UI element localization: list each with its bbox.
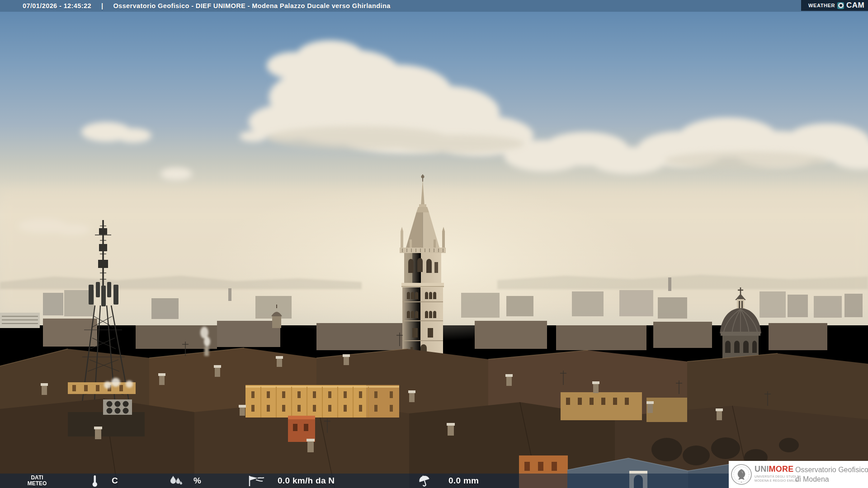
thermometer-icon [91,474,98,488]
droplets-icon [169,474,183,488]
observatory-name: Osservatorio Geofisico di Modena [795,465,868,484]
umbrella-icon [418,474,431,488]
top-overlay-bar: 07/01/2026 - 12:45:22 | Osservatorio Geo… [0,0,868,12]
weathercam-word-cam: CAM [846,1,864,10]
camera-title: Osservatorio Geofisico - DIEF UNIMORE - … [113,2,390,9]
datetime-stamp: 07/01/2026 - 12:45:22 [23,2,91,9]
unimore-wordmark: UNIMORE [755,465,793,474]
camera-lens-icon [837,2,844,9]
temperature-unit: C [112,474,118,488]
webcam-frame: 07/01/2026 - 12:45:22 | Osservatorio Geo… [0,0,868,488]
rain-reading: 0.0 mm [448,474,479,488]
humidity-unit: % [193,474,201,488]
dati-meteo-label: DATI METEO [18,474,56,488]
weathercam-word-weather: WEATHER [808,3,835,8]
unimore-seal [731,464,752,485]
separator: | [101,2,103,9]
weathercam-logo[interactable]: WEATHER CAM [801,0,868,11]
unimore-brand-box[interactable]: UNIMORE UNIVERSITÀ DEGLI STUDI DI MODENA… [729,461,868,488]
wind-flag-icon [247,474,265,488]
university-name: UNIVERSITÀ DEGLI STUDI DI MODENA E REGGI… [755,475,801,483]
webcam-photo [0,0,868,488]
wind-reading: 0.0 km/h da N [278,474,335,488]
